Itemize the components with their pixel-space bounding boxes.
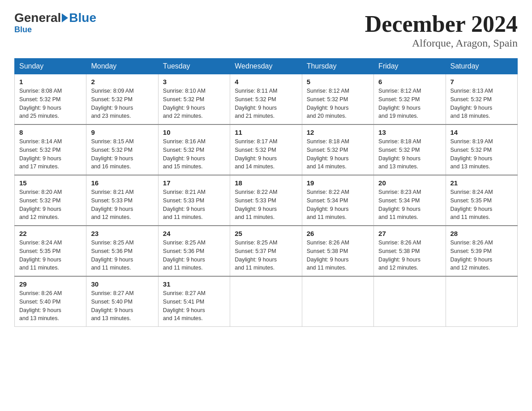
day-info: Sunrise: 8:25 AMSunset: 5:37 PMDaylight:… (235, 239, 297, 272)
day-number: 1 (19, 78, 82, 86)
day-info: Sunrise: 8:26 AMSunset: 5:38 PMDaylight:… (307, 239, 369, 272)
calendar-cell: 25Sunrise: 8:25 AMSunset: 5:37 PMDayligh… (230, 226, 302, 276)
day-number: 10 (163, 128, 225, 136)
calendar-cell: 14Sunrise: 8:19 AMSunset: 5:32 PMDayligh… (446, 124, 517, 175)
day-info: Sunrise: 8:22 AMSunset: 5:34 PMDaylight:… (307, 188, 369, 222)
day-number: 12 (307, 128, 369, 136)
day-number: 16 (91, 179, 153, 187)
day-info: Sunrise: 8:21 AMSunset: 5:33 PMDaylight:… (163, 188, 225, 222)
day-info: Sunrise: 8:26 AMSunset: 5:38 PMDaylight:… (378, 239, 441, 272)
calendar-cell: 1Sunrise: 8:08 AMSunset: 5:32 PMDaylight… (15, 74, 86, 125)
calendar-cell: 11Sunrise: 8:17 AMSunset: 5:32 PMDayligh… (230, 124, 302, 175)
calendar-cell: 6Sunrise: 8:12 AMSunset: 5:32 PMDaylight… (374, 74, 446, 125)
day-number: 11 (235, 128, 297, 136)
day-info: Sunrise: 8:15 AMSunset: 5:32 PMDaylight:… (91, 137, 153, 171)
day-info: Sunrise: 8:27 AMSunset: 5:41 PMDaylight:… (163, 289, 225, 323)
calendar-cell (230, 276, 302, 327)
day-info: Sunrise: 8:12 AMSunset: 5:32 PMDaylight:… (378, 87, 441, 120)
day-number: 21 (450, 179, 513, 187)
calendar-cell: 5Sunrise: 8:12 AMSunset: 5:32 PMDaylight… (302, 74, 373, 125)
day-number: 19 (307, 179, 369, 187)
day-info: Sunrise: 8:10 AMSunset: 5:32 PMDaylight:… (163, 87, 225, 120)
calendar-table: SundayMondayTuesdayWednesdayThursdayFrid… (14, 58, 518, 327)
day-number: 27 (378, 230, 441, 237)
day-number: 4 (235, 78, 297, 86)
day-number: 3 (163, 78, 225, 86)
day-info: Sunrise: 8:13 AMSunset: 5:32 PMDaylight:… (450, 87, 513, 120)
day-number: 22 (19, 230, 82, 237)
calendar-cell: 10Sunrise: 8:16 AMSunset: 5:32 PMDayligh… (158, 124, 230, 175)
day-number: 18 (235, 179, 297, 187)
calendar-cell: 28Sunrise: 8:26 AMSunset: 5:39 PMDayligh… (446, 226, 517, 276)
weekday-header-friday: Friday (374, 59, 446, 74)
week-row-3: 15Sunrise: 8:20 AMSunset: 5:32 PMDayligh… (15, 175, 518, 226)
day-info: Sunrise: 8:09 AMSunset: 5:32 PMDaylight:… (91, 87, 153, 120)
calendar-cell: 15Sunrise: 8:20 AMSunset: 5:32 PMDayligh… (15, 175, 86, 226)
weekday-header-sunday: Sunday (15, 59, 86, 74)
day-number: 7 (450, 78, 513, 86)
logo-general-text: General (14, 11, 61, 25)
calendar-cell: 7Sunrise: 8:13 AMSunset: 5:32 PMDaylight… (446, 74, 517, 125)
day-number: 17 (163, 179, 225, 187)
day-number: 13 (378, 128, 441, 136)
day-info: Sunrise: 8:11 AMSunset: 5:32 PMDaylight:… (235, 87, 297, 120)
day-number: 30 (91, 280, 153, 288)
day-number: 23 (91, 230, 153, 237)
day-info: Sunrise: 8:24 AMSunset: 5:35 PMDaylight:… (450, 188, 513, 222)
weekday-header-tuesday: Tuesday (158, 59, 230, 74)
calendar-cell: 3Sunrise: 8:10 AMSunset: 5:32 PMDaylight… (158, 74, 230, 125)
logo-arrow-icon (62, 13, 68, 22)
calendar-cell: 29Sunrise: 8:26 AMSunset: 5:40 PMDayligh… (15, 276, 86, 327)
day-number: 29 (19, 280, 82, 288)
day-number: 14 (450, 128, 513, 136)
week-row-2: 8Sunrise: 8:14 AMSunset: 5:32 PMDaylight… (15, 124, 518, 175)
calendar-cell (446, 276, 517, 327)
day-info: Sunrise: 8:20 AMSunset: 5:32 PMDaylight:… (19, 188, 82, 222)
weekday-header-saturday: Saturday (446, 59, 517, 74)
weekday-header-row: SundayMondayTuesdayWednesdayThursdayFrid… (15, 59, 518, 74)
day-info: Sunrise: 8:25 AMSunset: 5:36 PMDaylight:… (163, 239, 225, 272)
day-number: 20 (378, 179, 441, 187)
calendar-cell: 20Sunrise: 8:23 AMSunset: 5:34 PMDayligh… (374, 175, 446, 226)
day-number: 26 (307, 230, 369, 237)
day-number: 9 (91, 128, 153, 136)
day-number: 6 (378, 78, 441, 86)
day-info: Sunrise: 8:23 AMSunset: 5:34 PMDaylight:… (378, 188, 441, 222)
day-info: Sunrise: 8:22 AMSunset: 5:33 PMDaylight:… (235, 188, 297, 222)
location-title: Alforque, Aragon, Spain (365, 37, 518, 49)
day-number: 24 (163, 230, 225, 237)
calendar-cell: 22Sunrise: 8:24 AMSunset: 5:35 PMDayligh… (15, 226, 86, 276)
day-number: 31 (163, 280, 225, 288)
day-info: Sunrise: 8:26 AMSunset: 5:40 PMDaylight:… (19, 289, 82, 323)
calendar-cell: 26Sunrise: 8:26 AMSunset: 5:38 PMDayligh… (302, 226, 373, 276)
day-info: Sunrise: 8:18 AMSunset: 5:32 PMDaylight:… (307, 137, 369, 171)
calendar-cell: 21Sunrise: 8:24 AMSunset: 5:35 PMDayligh… (446, 175, 517, 226)
title-block: December 2024 Alforque, Aragon, Spain (365, 11, 518, 49)
day-info: Sunrise: 8:14 AMSunset: 5:32 PMDaylight:… (19, 137, 82, 171)
calendar-cell: 2Sunrise: 8:09 AMSunset: 5:32 PMDaylight… (86, 74, 158, 125)
logo-blue-text: Blue (69, 11, 96, 25)
calendar-cell: 19Sunrise: 8:22 AMSunset: 5:34 PMDayligh… (302, 175, 373, 226)
logo-subtitle: Blue (14, 25, 96, 34)
weekday-header-thursday: Thursday (302, 59, 373, 74)
day-info: Sunrise: 8:26 AMSunset: 5:39 PMDaylight:… (450, 239, 513, 272)
calendar-cell: 12Sunrise: 8:18 AMSunset: 5:32 PMDayligh… (302, 124, 373, 175)
calendar-cell: 9Sunrise: 8:15 AMSunset: 5:32 PMDaylight… (86, 124, 158, 175)
calendar-cell: 23Sunrise: 8:25 AMSunset: 5:36 PMDayligh… (86, 226, 158, 276)
page-header: General Blue Blue December 2024 Alforque… (14, 11, 518, 49)
day-info: Sunrise: 8:08 AMSunset: 5:32 PMDaylight:… (19, 87, 82, 120)
calendar-cell: 30Sunrise: 8:27 AMSunset: 5:40 PMDayligh… (86, 276, 158, 327)
calendar-cell: 13Sunrise: 8:18 AMSunset: 5:32 PMDayligh… (374, 124, 446, 175)
week-row-5: 29Sunrise: 8:26 AMSunset: 5:40 PMDayligh… (15, 276, 518, 327)
calendar-cell: 8Sunrise: 8:14 AMSunset: 5:32 PMDaylight… (15, 124, 86, 175)
day-info: Sunrise: 8:12 AMSunset: 5:32 PMDaylight:… (307, 87, 369, 120)
week-row-1: 1Sunrise: 8:08 AMSunset: 5:32 PMDaylight… (15, 74, 518, 125)
logo: General Blue Blue (14, 11, 96, 34)
day-number: 2 (91, 78, 153, 86)
day-info: Sunrise: 8:27 AMSunset: 5:40 PMDaylight:… (91, 289, 153, 323)
day-number: 25 (235, 230, 297, 237)
day-info: Sunrise: 8:18 AMSunset: 5:32 PMDaylight:… (378, 137, 441, 171)
calendar-cell: 31Sunrise: 8:27 AMSunset: 5:41 PMDayligh… (158, 276, 230, 327)
day-info: Sunrise: 8:16 AMSunset: 5:32 PMDaylight:… (163, 137, 225, 171)
weekday-header-wednesday: Wednesday (230, 59, 302, 74)
